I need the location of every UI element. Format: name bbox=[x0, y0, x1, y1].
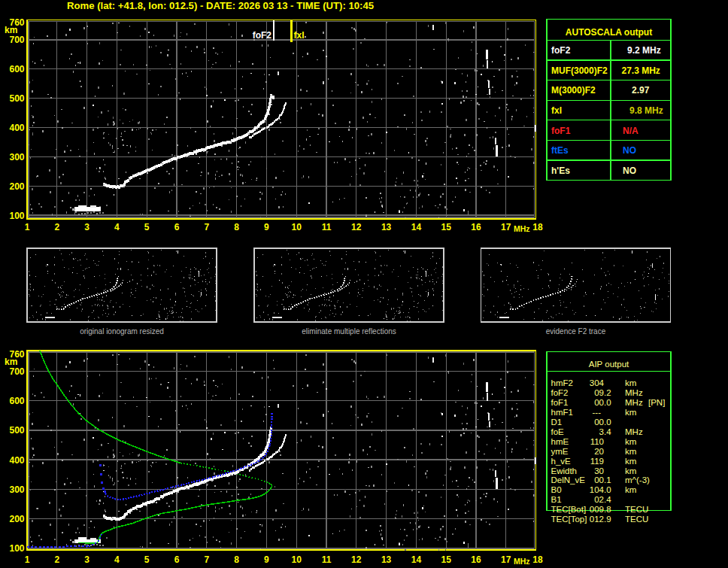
svg-text:km: km bbox=[625, 485, 636, 494]
svg-text:600: 600 bbox=[9, 396, 24, 406]
svg-text:km: km bbox=[625, 447, 636, 456]
svg-text:fxI: fxI bbox=[294, 30, 305, 41]
svg-text:.0: .0 bbox=[604, 398, 611, 407]
svg-text:AUTOSCALA output: AUTOSCALA output bbox=[566, 27, 652, 38]
svg-text:NO: NO bbox=[623, 145, 636, 156]
svg-text:eliminate multiple reflections: eliminate multiple reflections bbox=[302, 327, 396, 336]
svg-text:MHz: MHz bbox=[625, 388, 643, 397]
svg-text:evidence F2 trace: evidence F2 trace bbox=[546, 327, 606, 336]
svg-text:13: 13 bbox=[381, 222, 392, 232]
svg-text:2: 2 bbox=[54, 222, 59, 232]
svg-text:h'Es: h'Es bbox=[551, 166, 570, 176]
svg-text:DelN_vE: DelN_vE bbox=[551, 475, 586, 484]
svg-text:14: 14 bbox=[411, 554, 422, 565]
svg-text:5: 5 bbox=[144, 554, 150, 565]
svg-text:foF1: foF1 bbox=[551, 398, 569, 407]
svg-text:km: km bbox=[5, 357, 17, 367]
svg-text:700: 700 bbox=[9, 35, 24, 45]
svg-text:.4: .4 bbox=[604, 427, 611, 436]
svg-text:km: km bbox=[625, 408, 636, 417]
svg-text:02: 02 bbox=[594, 495, 604, 504]
svg-text:20: 20 bbox=[594, 447, 604, 456]
svg-text:200: 200 bbox=[9, 181, 24, 192]
svg-text:00: 00 bbox=[594, 475, 604, 484]
svg-text:km: km bbox=[625, 378, 636, 387]
svg-text:km: km bbox=[5, 25, 17, 35]
svg-text:.8: .8 bbox=[604, 505, 611, 514]
svg-text:200: 200 bbox=[9, 514, 24, 524]
svg-text:11: 11 bbox=[322, 554, 332, 565]
svg-text:TECU: TECU bbox=[625, 515, 648, 524]
svg-text:27.3 MHz: 27.3 MHz bbox=[622, 65, 660, 76]
svg-text:foE: foE bbox=[551, 427, 565, 436]
svg-text:km: km bbox=[625, 457, 636, 466]
svg-text:B0: B0 bbox=[551, 485, 562, 494]
svg-text:4: 4 bbox=[114, 222, 120, 232]
svg-text:MHz: MHz bbox=[625, 427, 643, 436]
svg-text:10: 10 bbox=[292, 554, 302, 565]
svg-text:foF1: foF1 bbox=[551, 126, 571, 136]
svg-text:.4: .4 bbox=[604, 495, 611, 504]
svg-text:09: 09 bbox=[594, 388, 604, 397]
svg-text:300: 300 bbox=[9, 484, 24, 495]
svg-text:100: 100 bbox=[9, 543, 24, 554]
svg-text:ftEs: ftEs bbox=[551, 145, 569, 156]
svg-text:009: 009 bbox=[590, 505, 604, 514]
svg-text:Ewidth: Ewidth bbox=[551, 466, 578, 475]
svg-text:15: 15 bbox=[441, 222, 452, 232]
svg-text:hmF1: hmF1 bbox=[551, 408, 573, 417]
svg-text:11: 11 bbox=[322, 222, 332, 232]
svg-text:6: 6 bbox=[174, 554, 180, 565]
svg-text:13: 13 bbox=[381, 554, 392, 565]
svg-text:500: 500 bbox=[9, 93, 24, 104]
svg-text:MHz: MHz bbox=[625, 398, 643, 407]
svg-text:700: 700 bbox=[9, 366, 24, 377]
svg-text:foF2: foF2 bbox=[551, 45, 571, 56]
svg-text:AIP output: AIP output bbox=[589, 360, 629, 369]
svg-text:12: 12 bbox=[351, 554, 362, 565]
svg-text:500: 500 bbox=[9, 425, 24, 436]
svg-text:.0: .0 bbox=[604, 485, 611, 494]
svg-text:MHz: MHz bbox=[514, 557, 530, 566]
svg-text:m^(-3): m^(-3) bbox=[625, 475, 650, 484]
svg-text:8: 8 bbox=[234, 554, 239, 565]
svg-text:---: --- bbox=[593, 408, 602, 417]
svg-text:hmF2: hmF2 bbox=[551, 378, 573, 387]
svg-text:3: 3 bbox=[84, 554, 89, 565]
svg-text:.2: .2 bbox=[604, 388, 611, 397]
svg-text:ymE: ymE bbox=[551, 447, 569, 456]
svg-text:hmE: hmE bbox=[551, 437, 569, 446]
svg-text:km: km bbox=[625, 437, 636, 446]
svg-text:7: 7 bbox=[204, 554, 209, 565]
svg-text:.1: .1 bbox=[604, 475, 611, 484]
svg-text:600: 600 bbox=[9, 64, 24, 74]
svg-text:B1: B1 bbox=[551, 495, 562, 504]
svg-text:00: 00 bbox=[594, 418, 604, 427]
svg-text:Rome (lat: +41.8, lon: 012.5): Rome (lat: +41.8, lon: 012.5) - DATE: 20… bbox=[67, 1, 374, 11]
svg-text:M(3000)F2: M(3000)F2 bbox=[551, 85, 596, 96]
svg-text:D1: D1 bbox=[551, 418, 563, 427]
svg-text:2.97: 2.97 bbox=[632, 85, 650, 96]
svg-text:foF2: foF2 bbox=[551, 388, 569, 397]
svg-text:TEC[Top]: TEC[Top] bbox=[551, 515, 587, 524]
svg-text:1: 1 bbox=[25, 554, 30, 565]
svg-text:TECU: TECU bbox=[625, 505, 648, 514]
svg-text:fxI: fxI bbox=[551, 105, 562, 116]
svg-text:304: 304 bbox=[590, 378, 605, 387]
svg-text:17: 17 bbox=[501, 554, 511, 565]
svg-text:00: 00 bbox=[594, 398, 604, 407]
svg-text:104: 104 bbox=[590, 485, 605, 494]
svg-text:18: 18 bbox=[532, 554, 543, 565]
svg-text:6: 6 bbox=[174, 222, 180, 232]
svg-text:h_vE: h_vE bbox=[551, 457, 572, 466]
svg-text:119: 119 bbox=[590, 457, 604, 466]
svg-text:12: 12 bbox=[351, 222, 362, 232]
svg-text:4: 4 bbox=[114, 554, 120, 565]
svg-text:1: 1 bbox=[25, 222, 30, 232]
svg-text:9.8 MHz: 9.8 MHz bbox=[629, 105, 663, 116]
svg-text:10: 10 bbox=[292, 222, 302, 232]
svg-text:100: 100 bbox=[9, 211, 24, 221]
svg-text:17: 17 bbox=[501, 222, 511, 232]
svg-text:.9: .9 bbox=[604, 515, 611, 524]
svg-text:TEC[Bot]: TEC[Bot] bbox=[551, 505, 587, 514]
